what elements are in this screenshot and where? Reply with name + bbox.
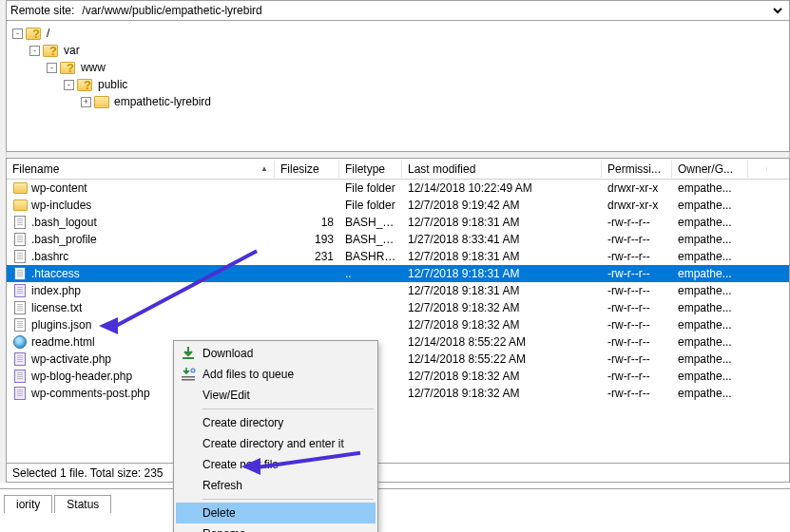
file-modified: 12/7/2018 9:18:32 AM xyxy=(402,317,602,332)
tree-node[interactable]: +empathetic-lyrebird xyxy=(81,93,783,110)
tree-node[interactable]: -?/ xyxy=(12,25,783,42)
menu-item[interactable]: Refresh xyxy=(176,475,376,496)
file-row[interactable]: wp-includesFile folder12/7/2018 9:19:42 … xyxy=(7,197,789,214)
bottom-tab[interactable]: Status xyxy=(54,495,111,513)
tree-node[interactable]: -?var xyxy=(29,42,783,59)
file-type xyxy=(339,324,402,326)
remote-tree-panel[interactable]: -?/-?var-?www-?public+empathetic-lyrebir… xyxy=(6,21,790,152)
file-type: BASH_L... xyxy=(339,215,402,230)
file-row[interactable]: readme.html12/14/2018 8:55:22 AM-rw-r--r… xyxy=(7,333,789,351)
col-filesize[interactable]: Filesize xyxy=(275,161,339,178)
file-row[interactable]: .bashrc231BASHRC...12/7/2018 9:18:31 AM-… xyxy=(7,248,789,265)
file-icon xyxy=(14,318,26,332)
file-row[interactable]: wp-blog-header.php12/7/2018 9:18:32 AM-r… xyxy=(7,368,789,385)
expand-toggle-icon[interactable]: - xyxy=(64,80,74,90)
file-row[interactable]: .bash_logout18BASH_L...12/7/2018 9:18:31… xyxy=(7,214,789,231)
context-menu[interactable]: DownloadAdd files to queueView/EditCreat… xyxy=(173,340,378,532)
menu-item-label: View/Edit xyxy=(202,389,250,402)
file-type: File folder xyxy=(339,198,402,213)
file-modified: 12/7/2018 9:18:31 AM xyxy=(402,249,602,264)
tree-node[interactable]: -?www xyxy=(47,59,783,76)
folder-icon xyxy=(13,182,28,194)
tree-node-label: www xyxy=(79,61,106,74)
php-file-icon xyxy=(14,387,26,400)
expand-toggle-icon[interactable]: - xyxy=(12,28,23,39)
svg-rect-1 xyxy=(182,376,195,378)
file-size: 18 xyxy=(275,215,339,230)
status-bar: Selected 1 file. Total size: 235 xyxy=(6,464,790,483)
file-modified: 12/7/2018 9:18:31 AM xyxy=(402,283,602,298)
folder-icon xyxy=(94,96,109,108)
expand-toggle-icon[interactable]: + xyxy=(81,97,91,107)
menu-item[interactable]: Add files to queue xyxy=(176,364,376,385)
menu-item[interactable]: Rename xyxy=(176,523,376,532)
file-row[interactable]: .htaccess..12/7/2018 9:18:31 AM-rw-r--r-… xyxy=(7,265,789,282)
file-permissions: -rw-r--r-- xyxy=(602,249,672,264)
file-row[interactable]: license.txt12/7/2018 9:18:32 AM-rw-r--r-… xyxy=(7,299,789,316)
file-type xyxy=(339,307,402,309)
file-owner: empathe... xyxy=(672,369,748,384)
file-size: 231 xyxy=(275,249,339,264)
file-owner: empathe... xyxy=(672,300,748,315)
file-permissions: drwxr-xr-x xyxy=(602,180,672,196)
php-file-icon xyxy=(14,284,26,297)
tree-node-label: var xyxy=(62,44,80,57)
file-permissions: -rw-r--r-- xyxy=(602,215,672,230)
svg-rect-2 xyxy=(182,379,195,381)
col-owner[interactable]: Owner/G... xyxy=(672,161,748,178)
file-name: index.php xyxy=(31,284,81,297)
file-icon xyxy=(14,216,26,229)
file-type: BASHRC... xyxy=(339,249,402,264)
file-permissions: -rw-r--r-- xyxy=(602,386,672,401)
question-overlay-icon: ? xyxy=(67,61,74,75)
menu-item[interactable]: Create directory and enter it xyxy=(176,433,376,454)
file-modified: 12/14/2018 8:55:22 AM xyxy=(402,334,602,350)
file-modified: 12/7/2018 9:19:42 AM xyxy=(402,198,602,213)
file-name: readme.html xyxy=(31,335,95,349)
menu-item-label: Create directory and enter it xyxy=(202,437,344,450)
file-row[interactable]: index.php12/7/2018 9:18:31 AM-rw-r--r--e… xyxy=(7,282,789,299)
file-name: .bash_logout xyxy=(31,216,97,229)
file-name: plugins.json xyxy=(31,318,91,332)
file-row[interactable]: .bash_profile193BASH_P...1/27/2018 8:33:… xyxy=(7,231,789,248)
col-permissions[interactable]: Permissi... xyxy=(602,161,672,178)
file-owner: empathe... xyxy=(672,283,748,298)
file-icon xyxy=(14,250,26,263)
file-modified: 1/27/2018 8:33:41 AM xyxy=(402,232,602,247)
file-modified: 12/7/2018 9:18:31 AM xyxy=(402,215,602,230)
file-icon xyxy=(14,233,26,246)
file-row[interactable]: wp-contentFile folder12/14/2018 10:22:49… xyxy=(7,180,789,197)
file-permissions: -rw-r--r-- xyxy=(602,352,672,367)
file-permissions: -rw-r--r-- xyxy=(602,300,672,315)
question-overlay-icon: ? xyxy=(84,78,91,92)
expand-toggle-icon[interactable]: - xyxy=(47,63,57,73)
file-size xyxy=(275,273,339,275)
file-name: wp-includes xyxy=(31,199,91,212)
file-row[interactable]: wp-activate.php12/14/2018 8:55:22 AM-rw-… xyxy=(7,351,789,368)
tree-node[interactable]: -?public xyxy=(64,76,783,93)
menu-item[interactable]: Create directory xyxy=(176,412,376,433)
menu-item[interactable]: Download xyxy=(176,343,376,364)
tree-node-label: public xyxy=(96,78,127,91)
php-file-icon xyxy=(14,352,26,366)
file-row[interactable]: wp-comments-post.php12/7/2018 9:18:32 AM… xyxy=(7,385,789,402)
menu-item-label: Rename xyxy=(202,527,245,532)
file-permissions: drwxr-xr-x xyxy=(602,198,672,213)
menu-item[interactable]: View/Edit xyxy=(176,385,376,406)
menu-item-label: Create directory xyxy=(202,416,283,429)
col-modified[interactable]: Last modified xyxy=(402,161,602,178)
file-permissions: -rw-r--r-- xyxy=(602,334,672,350)
remote-file-panel: Filename▲ Filesize Filetype Last modifie… xyxy=(6,158,790,464)
file-size xyxy=(275,324,339,326)
remote-site-label: Remote site: xyxy=(10,4,74,17)
text-file-icon xyxy=(14,301,26,314)
col-filetype[interactable]: Filetype xyxy=(339,161,402,178)
menu-item[interactable]: Delete xyxy=(176,503,376,523)
remote-path-input[interactable]: /var/www/public/empathetic-lyrebird xyxy=(78,2,785,19)
expand-toggle-icon[interactable]: - xyxy=(29,46,40,56)
file-name: license.txt xyxy=(31,301,82,314)
bottom-tab[interactable]: iority xyxy=(4,495,52,513)
col-filename[interactable]: Filename▲ xyxy=(7,161,275,178)
file-permissions: -rw-r--r-- xyxy=(602,232,672,247)
file-modified: 12/7/2018 9:18:32 AM xyxy=(402,300,602,315)
